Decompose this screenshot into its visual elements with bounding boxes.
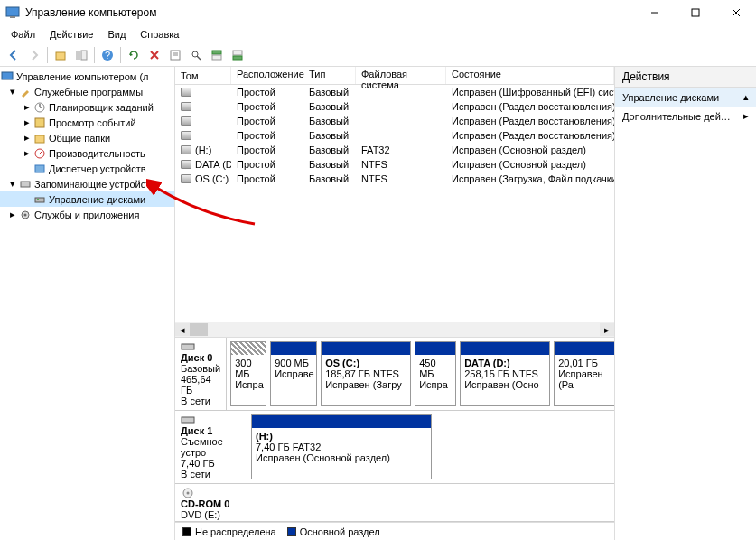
chevron-down-icon[interactable]: ▾ — [7, 86, 18, 98]
disk-icon — [181, 414, 241, 425]
scroll-thumb[interactable] — [190, 323, 208, 336]
disk-type: Базовый — [181, 363, 220, 374]
drive-icon — [181, 131, 191, 140]
tree-diskmgmt[interactable]: Управление дисками — [0, 191, 174, 207]
help-button[interactable]: ? — [98, 45, 117, 65]
title-bar: Управление компьютером — [0, 0, 756, 25]
volume-row[interactable]: ПростойБазовыйИсправен (Раздел восстанов… — [175, 99, 614, 114]
find-button[interactable] — [186, 45, 206, 65]
svg-rect-19 — [212, 55, 221, 60]
disk-row[interactable]: Диск 1 Съемное устро 7,40 ГБ В сети (H:)… — [175, 411, 614, 484]
tree-services[interactable]: ▸ Службы и приложения — [0, 207, 174, 222]
scroll-left-icon[interactable]: ◂ — [175, 323, 190, 336]
disk-info: Диск 1 Съемное устро 7,40 ГБ В сети — [175, 411, 247, 483]
volume-row[interactable]: (H:)ПростойБазовыйFAT32Исправен (Основно… — [175, 143, 614, 157]
volume-columns: Том Расположение Тип Файловая система Со… — [175, 67, 614, 85]
tree-label: Службы и приложения — [34, 209, 139, 220]
chevron-right-icon[interactable]: ▸ — [22, 147, 33, 159]
svg-rect-7 — [76, 51, 80, 60]
tree-utilities[interactable]: ▾ Служебные программы — [0, 84, 174, 99]
tools-icon — [18, 85, 33, 99]
actions-more[interactable]: Дополнительные дей… ▸ — [615, 107, 756, 126]
volume-type: Базовый — [303, 101, 356, 112]
menu-file[interactable]: Файл — [4, 27, 42, 42]
show-hide-tree-button[interactable] — [71, 45, 91, 65]
partition[interactable]: 300 МБИспра — [230, 341, 266, 406]
tree-label: Просмотр событий — [49, 117, 136, 128]
chevron-right-icon[interactable]: ▸ — [22, 101, 33, 113]
disk-row[interactable]: Диск 0 Базовый 465,64 ГБ В сети 300 МБИс… — [175, 338, 614, 411]
tree-label: Планировщик заданий — [49, 102, 154, 113]
volume-row[interactable]: ПростойБазовыйИсправен (Раздел восстанов… — [175, 114, 614, 128]
cd-icon — [181, 488, 241, 498]
volume-row[interactable]: ПростойБазовыйИсправен (Раздел восстанов… — [175, 128, 614, 143]
tree-storage[interactable]: ▾ Запоминающие устройст — [0, 176, 174, 191]
chevron-right-icon[interactable]: ▸ — [22, 132, 33, 144]
disk-icon — [181, 341, 220, 352]
tree-events[interactable]: ▸ Просмотр событий — [0, 115, 174, 130]
properties-button[interactable] — [165, 45, 185, 65]
toolbar-separator — [120, 47, 121, 63]
volume-status: Исправен (Основной раздел) — [446, 144, 614, 155]
chevron-right-icon[interactable]: ▸ — [7, 209, 18, 220]
volume-type: Базовый — [303, 87, 356, 98]
tree-label: Диспетчер устройств — [49, 163, 146, 174]
tree-root[interactable]: Управление компьютером (л — [0, 69, 174, 84]
partition[interactable]: 20,01 ГБИсправен (Ра — [554, 341, 615, 406]
back-button[interactable] — [4, 45, 23, 65]
volume-status: Исправен (Раздел восстановления) — [446, 130, 614, 141]
svg-rect-21 — [233, 56, 242, 60]
tree-scheduler[interactable]: ▸ Планировщик заданий — [0, 99, 174, 115]
partition-body: 300 МБИспра — [231, 355, 266, 393]
partition[interactable]: (H:)7,40 ГБ FAT32Исправен (Основной разд… — [251, 414, 432, 479]
disk-state: В сети — [181, 469, 241, 479]
actions-category[interactable]: Управление дисками ▴ — [615, 88, 756, 107]
scroll-right-icon[interactable]: ▸ — [600, 323, 614, 336]
col-fs[interactable]: Файловая система — [356, 67, 446, 84]
volume-status: Исправен (Шифрованный (EFI) системный р — [446, 87, 614, 98]
tree-perf[interactable]: ▸ Производительность — [0, 145, 174, 161]
col-layout[interactable]: Расположение — [231, 67, 303, 84]
maximize-button[interactable] — [675, 0, 715, 25]
drive-icon — [181, 88, 191, 97]
tree-devmgr[interactable]: Диспетчер устройств — [0, 161, 174, 176]
col-volume[interactable]: Том — [175, 67, 231, 84]
partition-status: Испра — [235, 379, 262, 390]
partition[interactable]: OS (C:)185,87 ГБ NTFSИсправен (Загру — [321, 341, 411, 406]
up-button[interactable] — [51, 45, 70, 65]
refresh-button[interactable] — [124, 45, 144, 65]
window-title: Управление компьютером — [25, 6, 634, 19]
partition[interactable]: DATA (D:)258,15 ГБ NTFSИсправен (Осно — [460, 341, 550, 406]
nav-tree[interactable]: Управление компьютером (л ▾ Служебные пр… — [0, 67, 175, 540]
view-bottom-button[interactable] — [228, 45, 247, 65]
volume-rows: ПростойБазовыйИсправен (Шифрованный (EFI… — [175, 85, 614, 322]
menu-help[interactable]: Справка — [133, 27, 186, 42]
disk-size: 465,64 ГБ — [181, 374, 220, 396]
volume-row[interactable]: OS (C:)ПростойБазовыйNTFSИсправен (Загру… — [175, 172, 614, 186]
menu-action[interactable]: Действие — [42, 27, 100, 42]
disk-row[interactable]: CD-ROM 0 DVD (E:) Нет носителя — [175, 484, 614, 522]
chevron-down-icon[interactable]: ▾ — [7, 178, 18, 190]
partition-status: Исправен (Ра — [558, 368, 615, 390]
svg-rect-3 — [692, 9, 699, 16]
minimize-button[interactable] — [634, 0, 675, 25]
partition[interactable]: 450 МБИспра — [415, 341, 456, 406]
menu-view[interactable]: Вид — [100, 27, 133, 42]
volume-row[interactable]: ПростойБазовыйИсправен (Шифрованный (EFI… — [175, 85, 614, 99]
col-type[interactable]: Тип — [303, 67, 356, 84]
close-button[interactable] — [715, 0, 756, 25]
chevron-right-icon[interactable]: ▸ — [22, 116, 33, 128]
svg-rect-20 — [233, 51, 242, 55]
h-scrollbar[interactable]: ◂ ▸ — [175, 322, 614, 337]
view-top-button[interactable] — [207, 45, 227, 65]
folder-icon — [33, 131, 47, 145]
disk-partitions: 300 МБИспра900 МБИсправеOS (C:)185,87 ГБ… — [227, 338, 615, 410]
svg-point-33 — [37, 199, 39, 200]
delete-button[interactable] — [145, 45, 164, 65]
volume-layout: Простой — [231, 130, 303, 141]
tree-shared[interactable]: ▸ Общие папки — [0, 130, 174, 145]
partition[interactable]: 900 МБИсправе — [270, 341, 317, 406]
volume-row[interactable]: DATA (D:)ПростойБазовыйNTFSИсправен (Осн… — [175, 157, 614, 172]
forward-button[interactable] — [24, 45, 44, 65]
col-status[interactable]: Состояние — [446, 67, 614, 84]
